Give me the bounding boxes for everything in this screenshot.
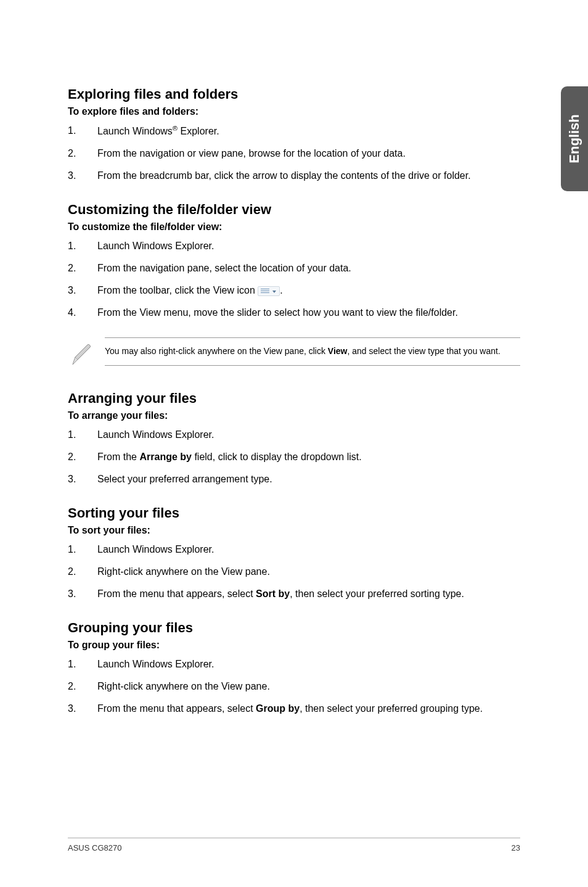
list-item: From the menu that appears, select Group…	[68, 701, 520, 716]
list-item: Launch Windows® Explorer.	[68, 123, 520, 139]
heading-sorting: Sorting your files	[68, 505, 520, 521]
bold-text: Arrange by	[139, 452, 191, 462]
list-item: Select your preferred arrangement type.	[68, 472, 520, 487]
heading-arranging: Arranging your files	[68, 390, 520, 406]
list-item: From the navigation pane, select the loc…	[68, 261, 520, 276]
text: , then select your preferred sorting typ…	[290, 588, 464, 599]
list-item: Right-click anywhere on the View pane.	[68, 679, 520, 694]
list-item: From the breadcrumb bar, click the arrow…	[68, 168, 520, 183]
steps-sorting: Launch Windows Explorer. Right-click any…	[68, 542, 520, 601]
list-item: From the View menu, move the slider to s…	[68, 305, 520, 320]
list-item: From the Arrange by field, click to disp…	[68, 450, 520, 464]
text: Launch Windows	[97, 126, 173, 136]
heading-customizing: Customizing the file/folder view	[68, 202, 520, 218]
steps-exploring: Launch Windows® Explorer. From the navig…	[68, 123, 520, 183]
section-exploring: Exploring files and folders To explore f…	[68, 86, 520, 183]
text: , then select your preferred grouping ty…	[300, 703, 483, 714]
steps-arranging: Launch Windows Explorer. From the Arrang…	[68, 427, 520, 487]
text: From the toolbar, click the View icon	[97, 285, 258, 295]
text: You may also right-click anywhere on the…	[105, 346, 328, 356]
text: field, click to display the dropdown lis…	[192, 452, 362, 462]
lead-grouping: To group your files:	[68, 640, 520, 651]
section-grouping: Grouping your files To group your files:…	[68, 620, 520, 716]
footer-left: ASUS CG8270	[68, 843, 121, 852]
bold-text: Sort by	[256, 588, 290, 599]
list-item: Launch Windows Explorer.	[68, 239, 520, 254]
list-item: From the toolbar, click the View icon .	[68, 283, 520, 298]
bold-text: View	[328, 346, 348, 356]
list-item: Right-click anywhere on the View pane.	[68, 564, 520, 579]
section-sorting: Sorting your files To sort your files: L…	[68, 505, 520, 601]
section-customizing: Customizing the file/folder view To cust…	[68, 202, 520, 372]
page-content: Exploring files and folders To explore f…	[0, 0, 588, 716]
list-item: From the navigation or view pane, browse…	[68, 146, 520, 161]
lead-exploring: To explore files and folders:	[68, 106, 520, 117]
text: .	[280, 285, 282, 295]
text: From the menu that appears, select	[97, 588, 256, 599]
note-text: You may also right-click anywhere on the…	[105, 337, 520, 366]
list-item: Launch Windows Explorer.	[68, 657, 520, 672]
registered-mark: ®	[173, 125, 178, 132]
steps-grouping: Launch Windows Explorer. Right-click any…	[68, 657, 520, 716]
text: Explorer.	[178, 126, 219, 136]
page-footer: ASUS CG8270 23	[68, 838, 520, 852]
text: , and select the view type that you want…	[348, 346, 500, 356]
list-item: Launch Windows Explorer.	[68, 542, 520, 557]
footer-page-number: 23	[512, 843, 520, 852]
pencil-icon	[68, 337, 105, 372]
bold-text: Group by	[256, 703, 300, 714]
heading-grouping: Grouping your files	[68, 620, 520, 636]
text: From the	[97, 452, 139, 462]
section-arranging: Arranging your files To arrange your fil…	[68, 390, 520, 487]
list-item: Launch Windows Explorer.	[68, 427, 520, 442]
list-item: From the menu that appears, select Sort …	[68, 587, 520, 601]
view-dropdown-icon	[258, 286, 280, 296]
text: From the menu that appears, select	[97, 703, 256, 714]
language-tab: English	[561, 86, 588, 191]
lead-customizing: To customize the file/folder view:	[68, 221, 520, 233]
note-block: You may also right-click anywhere on the…	[68, 337, 520, 372]
lead-sorting: To sort your files:	[68, 525, 520, 536]
heading-exploring: Exploring files and folders	[68, 86, 520, 102]
language-tab-label: English	[566, 114, 582, 163]
lead-arranging: To arrange your files:	[68, 410, 520, 421]
steps-customizing: Launch Windows Explorer. From the naviga…	[68, 239, 520, 320]
